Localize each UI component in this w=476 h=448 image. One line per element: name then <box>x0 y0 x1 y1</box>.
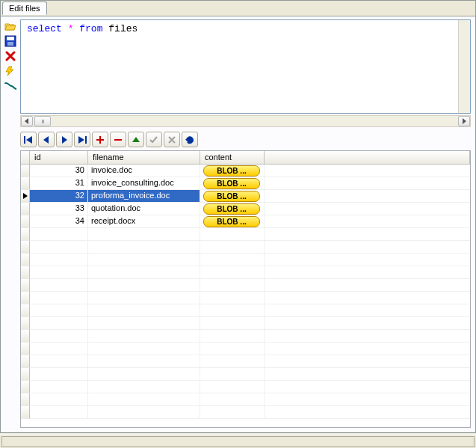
cell-id[interactable]: 32 <box>30 190 88 203</box>
table-row-empty <box>21 292 470 304</box>
status-bar <box>0 435 476 448</box>
first-record-button[interactable] <box>20 132 37 147</box>
table-row-empty <box>21 343 470 355</box>
column-header-filename[interactable]: filename <box>88 151 200 164</box>
current-row-icon <box>22 192 28 200</box>
row-indicator <box>21 317 30 330</box>
cell-id[interactable]: 34 <box>30 215 88 228</box>
cell-id[interactable]: 30 <box>30 165 88 177</box>
cell-empty <box>30 241 88 254</box>
x-delete-icon <box>5 51 16 61</box>
cell-content: BLOB ... <box>200 215 265 228</box>
cell-empty <box>265 228 470 241</box>
editor-window: Edit files select * from files <box>0 0 476 433</box>
cell-empty <box>200 355 265 368</box>
blob-button[interactable]: BLOB ... <box>203 178 260 189</box>
cell-empty <box>265 317 470 330</box>
cell-filename[interactable]: invoice.doc <box>88 165 200 177</box>
row-indicator <box>21 177 30 190</box>
prev-record-button[interactable] <box>38 132 55 147</box>
cell-empty <box>88 266 200 279</box>
record-nav-toolbar <box>20 132 471 147</box>
table-row-empty <box>21 228 470 241</box>
table-row[interactable]: 30invoice.docBLOB ... <box>21 165 470 177</box>
grid-body[interactable]: 30invoice.docBLOB ...31invoice_consultin… <box>21 165 470 427</box>
blob-button[interactable]: BLOB ... <box>203 216 260 227</box>
cell-empty <box>88 343 200 355</box>
svg-marker-9 <box>78 136 84 144</box>
table-row[interactable]: 32proforma_invoice.docBLOB ... <box>21 190 470 203</box>
cell-empty <box>265 355 470 368</box>
cell-empty <box>200 343 265 355</box>
left-toolbar <box>2 19 19 93</box>
content-area: select * from files III <box>1 16 475 432</box>
cell-empty <box>30 381 88 393</box>
cell-empty <box>265 330 470 343</box>
table-row[interactable]: 31invoice_consulting.docBLOB ... <box>21 177 470 190</box>
sql-keyword-from: from <box>79 23 102 34</box>
sql-keyword-select: select <box>27 23 62 34</box>
row-indicator <box>21 203 30 215</box>
refresh-icon <box>185 135 195 144</box>
save-button[interactable] <box>4 34 17 48</box>
scroll-right-button[interactable] <box>458 116 470 126</box>
cell-content: BLOB ... <box>200 177 265 190</box>
tab-edit-files[interactable]: Edit files <box>2 1 47 15</box>
script-button[interactable] <box>4 79 17 93</box>
prev-icon <box>43 136 50 144</box>
open-folder-button[interactable] <box>4 19 17 33</box>
column-header-id[interactable]: id <box>30 151 88 164</box>
column-header-content[interactable]: content <box>200 151 265 164</box>
blob-button[interactable]: BLOB ... <box>203 165 260 177</box>
cell-empty <box>200 330 265 343</box>
last-record-button[interactable] <box>74 132 90 147</box>
sql-star: * <box>68 23 74 34</box>
blob-button[interactable]: BLOB ... <box>203 203 260 215</box>
scroll-left-button[interactable] <box>21 116 33 126</box>
edit-record-button[interactable] <box>128 132 144 147</box>
next-icon <box>61 136 68 144</box>
cell-filename[interactable]: invoice_consulting.doc <box>88 177 200 190</box>
sql-vertical-scrollbar[interactable] <box>458 20 470 113</box>
tab-strip: Edit files <box>1 1 475 16</box>
cell-empty <box>265 190 470 203</box>
cell-empty <box>265 266 470 279</box>
svg-marker-14 <box>132 137 140 142</box>
row-indicator <box>21 190 30 203</box>
svg-marker-6 <box>26 136 32 144</box>
x-icon <box>168 136 176 144</box>
cell-id[interactable]: 33 <box>30 203 88 215</box>
delete-button[interactable] <box>4 49 17 63</box>
sql-editor[interactable]: select * from files <box>20 19 471 114</box>
blob-button[interactable]: BLOB ... <box>203 191 260 202</box>
cancel-edit-button[interactable] <box>164 132 180 147</box>
row-indicator <box>21 292 30 304</box>
insert-record-button[interactable] <box>92 132 108 147</box>
s-curve-icon <box>4 82 16 90</box>
cell-empty <box>265 304 470 317</box>
scroll-thumb[interactable]: III <box>34 116 51 126</box>
execute-button[interactable] <box>4 64 17 78</box>
table-row-empty <box>21 279 470 292</box>
svg-rect-5 <box>24 136 25 144</box>
cell-filename[interactable]: receipt.docx <box>88 215 200 228</box>
next-record-button[interactable] <box>56 132 72 147</box>
table-row-empty <box>21 393 470 406</box>
cell-empty <box>200 393 265 406</box>
cell-empty <box>88 368 200 381</box>
grid-header: id filename content <box>21 151 470 165</box>
delete-record-button[interactable] <box>110 132 126 147</box>
sql-horizontal-scrollbar[interactable]: III <box>20 115 471 127</box>
table-row[interactable]: 34receipt.docxBLOB ... <box>21 215 470 228</box>
table-row[interactable]: 33quotation.docBLOB ... <box>21 203 470 215</box>
cell-empty <box>200 241 265 254</box>
cell-content: BLOB ... <box>200 190 265 203</box>
status-bar-panel <box>1 436 475 447</box>
cell-filename[interactable]: quotation.doc <box>88 203 200 215</box>
post-edit-button[interactable] <box>146 132 162 147</box>
cell-filename[interactable]: proforma_invoice.doc <box>88 190 200 203</box>
cell-id[interactable]: 31 <box>30 177 88 190</box>
svg-marker-7 <box>43 136 49 144</box>
refresh-button[interactable] <box>182 132 198 147</box>
column-header-rest <box>265 151 470 164</box>
